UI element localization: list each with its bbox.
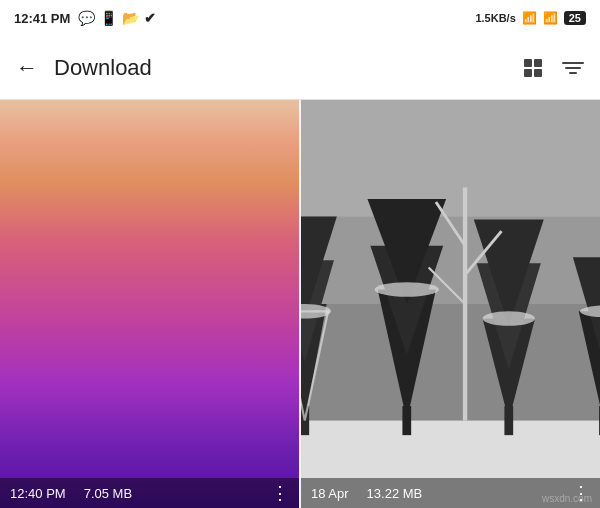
wifi-icon: 📶 [543,11,558,25]
thumb-meta-1: 12:40 PM 7.05 MB [10,486,132,501]
network-speed: 1.5KB/s [475,12,515,24]
battery-level: 25 [564,11,586,25]
status-right: 1.5KB/s 📶 📶 25 [475,11,586,25]
filter-button[interactable] [562,62,584,74]
grid-view-button[interactable] [524,59,542,77]
download-item-1[interactable]: 12:40 PM 7.05 MB ⋮ [0,100,299,508]
svg-rect-12 [402,406,411,435]
thumbnail-forest [301,100,600,508]
page-title: Download [54,55,524,81]
status-time: 12:41 PM [14,11,70,26]
app-bar-actions [524,59,584,77]
status-icons: 💬 📱 📂 ✔ [78,10,156,26]
download-item-2[interactable]: 18 Apr 13.22 MB ⋮ [301,100,600,508]
thumb-more-1[interactable]: ⋮ [271,484,289,502]
folder-icon: 📂 [122,10,139,26]
svg-point-27 [375,282,439,297]
thumb-info-1: 12:40 PM 7.05 MB ⋮ [0,478,299,508]
thumb-more-2[interactable]: ⋮ [572,484,590,502]
thumb-size-2: 13.22 MB [367,486,423,501]
check-icon: ✔ [144,10,156,26]
thumb-meta-2: 18 Apr 13.22 MB [311,486,422,501]
thumb-date-1: 12:40 PM [10,486,66,501]
thumbnail-sunset [0,100,299,508]
msg-icon: 💬 [78,10,95,26]
signal-icons: 📶 [522,11,537,25]
download-grid: 12:40 PM 7.05 MB ⋮ [0,100,600,508]
svg-point-28 [483,311,535,326]
whatsapp-icon: 📱 [100,10,117,26]
back-button[interactable]: ← [16,55,38,81]
thumb-date-2: 18 Apr [311,486,349,501]
status-left: 12:41 PM 💬 📱 📂 ✔ [14,10,156,26]
thumb-info-2: 18 Apr 13.22 MB ⋮ [301,478,600,508]
thumb-size-1: 7.05 MB [84,486,132,501]
status-bar: 12:41 PM 💬 📱 📂 ✔ 1.5KB/s 📶 📶 25 [0,0,600,36]
grid-view-icon [524,59,542,77]
app-bar: ← Download [0,36,600,100]
svg-rect-16 [504,406,513,435]
